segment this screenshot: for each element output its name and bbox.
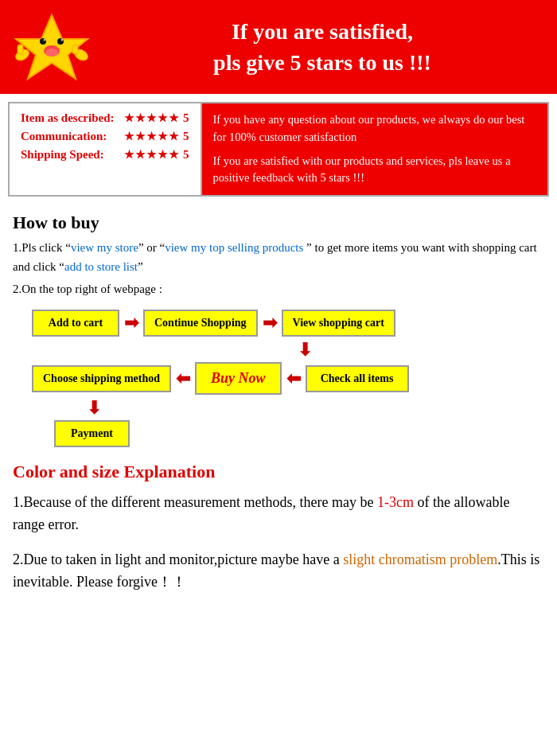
view-shopping-cart-btn[interactable]: View shopping cart: [282, 310, 395, 337]
rating-label-item: Item as described:: [21, 111, 124, 125]
how-to-buy-title: How to buy: [13, 212, 544, 233]
how-to-buy-section: How to buy 1.Pls click “view my store” o…: [0, 205, 557, 305]
ratings-box: Item as described: ★★★★★ 5 Communication…: [10, 103, 202, 195]
chromatism-highlight: slight chromatism problem: [343, 551, 497, 567]
buy-step1: 1.Pls click “view my store” or “view my …: [13, 238, 544, 276]
arrow-left-2: ⬅: [286, 368, 301, 389]
rating-row-shipping: Shipping Speed: ★★★★★ 5: [21, 148, 189, 162]
buy-now-btn[interactable]: Buy Now: [195, 362, 282, 395]
rating-label-communication: Communication:: [21, 130, 124, 143]
rating-num-communication: 5: [183, 130, 189, 143]
arrow-right-2: ➡: [263, 313, 277, 333]
svg-rect-8: [72, 45, 78, 54]
svg-rect-6: [18, 45, 23, 54]
message-line2: If you are satisfied with our products a…: [213, 153, 537, 188]
message-line1: If you have any question about our produ…: [213, 111, 537, 146]
add-to-store-link[interactable]: add to store list: [64, 260, 138, 273]
choose-shipping-btn[interactable]: Choose shipping method: [32, 365, 171, 392]
rating-num-shipping: 5: [183, 148, 189, 162]
rating-row-communication: Communication: ★★★★★ 5: [21, 130, 189, 143]
check-all-items-btn[interactable]: Check all items: [306, 365, 409, 392]
header-title: If you are satisfied, pls give 5 stars t…: [103, 16, 541, 78]
rating-label-shipping: Shipping Speed:: [21, 148, 124, 162]
flow-diagram: Add to cart ➡ Continue Shopping ➡ View s…: [0, 305, 557, 455]
top-selling-link[interactable]: view my top selling products: [165, 241, 303, 254]
info-section: Item as described: ★★★★★ 5 Communication…: [8, 102, 549, 197]
arrow-down-1: ⬇: [253, 341, 356, 359]
continue-shopping-btn[interactable]: Continue Shopping: [143, 310, 258, 337]
color-item-2: 2.Due to taken in light and monitor,pict…: [13, 549, 544, 594]
stars-item: ★★★★★: [124, 111, 180, 125]
arrow-down-2: ⬇: [32, 399, 155, 417]
add-to-cart-btn[interactable]: Add to cart: [32, 310, 119, 337]
view-store-link[interactable]: view my store: [71, 241, 138, 254]
svg-point-10: [61, 39, 64, 41]
color-explanation-title: Color and size Explanation: [13, 462, 544, 482]
stars-shipping: ★★★★★: [124, 148, 180, 162]
star-mascot-icon: [8, 11, 95, 83]
svg-point-9: [44, 39, 46, 41]
color-item-1: 1.Because of the different measurement m…: [13, 492, 544, 536]
svg-point-4: [45, 49, 58, 57]
measurement-error-highlight: 1-3cm: [377, 494, 414, 510]
payment-btn[interactable]: Payment: [54, 420, 130, 447]
arrow-right-1: ➡: [124, 313, 138, 333]
rating-row-item: Item as described: ★★★★★ 5: [21, 111, 189, 125]
arrow-left-1: ⬅: [176, 368, 190, 389]
stars-communication: ★★★★★: [124, 130, 180, 143]
buy-step2: 2.On the top right of webpage :: [13, 279, 544, 298]
header-banner: If you are satisfied, pls give 5 stars t…: [0, 0, 557, 94]
message-box: If you have any question about our produ…: [202, 103, 548, 195]
color-explanation-section: Color and size Explanation 1.Because of …: [0, 455, 557, 614]
rating-num-item: 5: [183, 111, 189, 125]
